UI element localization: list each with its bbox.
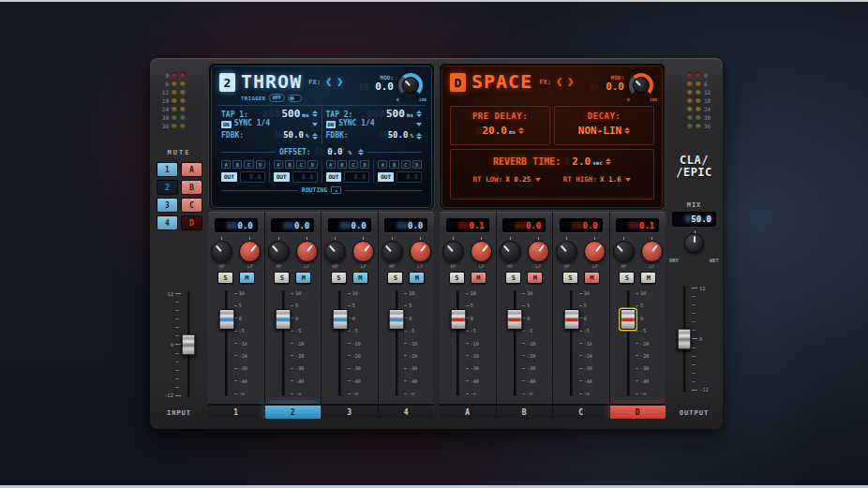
- mute-button[interactable]: M: [409, 272, 425, 284]
- hp-knob[interactable]: [500, 241, 521, 262]
- channel-tab-c[interactable]: C: [553, 404, 609, 419]
- solo-button[interactable]: S: [274, 272, 290, 284]
- lp-knob[interactable]: [584, 241, 606, 262]
- route-c-button[interactable]: C: [349, 160, 358, 169]
- out-button[interactable]: OUT: [274, 172, 290, 182]
- tap2-stepper-icon[interactable]: [416, 111, 422, 117]
- route-b-button[interactable]: B: [285, 160, 294, 169]
- route-a-button[interactable]: A: [326, 160, 336, 169]
- fader-track[interactable]: [514, 290, 516, 396]
- mute-button-2[interactable]: 2: [157, 180, 178, 195]
- route-d-button[interactable]: D: [360, 160, 369, 169]
- out-button[interactable]: OUT: [326, 172, 342, 182]
- space-fx-next-icon[interactable]: ❯: [567, 75, 574, 88]
- mute-button[interactable]: M: [352, 272, 368, 284]
- mute-button-3[interactable]: 3: [157, 198, 178, 213]
- reverb-time-stepper-icon[interactable]: [606, 158, 611, 165]
- route-d-button[interactable]: D: [412, 160, 422, 169]
- lp-knob[interactable]: [641, 241, 663, 262]
- tap2-fdbk-stepper-icon[interactable]: [416, 133, 422, 140]
- fx-next-icon[interactable]: ❯: [337, 75, 343, 88]
- offset-stepper-icon[interactable]: [358, 149, 364, 155]
- mute-button[interactable]: M: [471, 272, 486, 284]
- fader-handle[interactable]: [450, 309, 466, 330]
- mute-button-c[interactable]: C: [181, 198, 202, 213]
- mute-button[interactable]: M: [527, 272, 543, 284]
- tap1-sync-value[interactable]: SYNC 1/4: [234, 119, 271, 127]
- solo-button[interactable]: S: [619, 272, 635, 284]
- fader-handle[interactable]: [507, 309, 523, 330]
- tap1-stepper-icon[interactable]: [312, 111, 318, 117]
- fader-track[interactable]: [225, 290, 228, 396]
- channel-tab-d[interactable]: D: [610, 404, 666, 419]
- rt-low-value[interactable]: X 0.25: [505, 175, 531, 184]
- route-d-button[interactable]: D: [307, 160, 317, 169]
- tap2-sync-chevron-down-icon[interactable]: [416, 123, 422, 126]
- solo-button[interactable]: S: [387, 272, 403, 284]
- route-d-button[interactable]: D: [256, 160, 265, 169]
- fx-prev-icon[interactable]: ❮: [325, 75, 332, 88]
- hp-knob[interactable]: [442, 241, 464, 262]
- channel-tab-4[interactable]: 4: [379, 404, 435, 419]
- channel-tab-2[interactable]: 2: [265, 404, 322, 419]
- mute-button[interactable]: M: [295, 272, 311, 284]
- route-a-button[interactable]: A: [274, 160, 283, 169]
- hp-knob[interactable]: [613, 241, 635, 262]
- trigger-toggle[interactable]: [288, 95, 302, 102]
- fader-track[interactable]: [627, 290, 630, 396]
- channel-tab-1[interactable]: 1: [208, 404, 264, 419]
- fader-handle[interactable]: [621, 309, 636, 330]
- fader-handle[interactable]: [276, 309, 292, 330]
- tap1-sync-chevron-down-icon[interactable]: [312, 123, 318, 126]
- route-a-button[interactable]: A: [378, 160, 387, 169]
- route-b-button[interactable]: B: [389, 160, 398, 169]
- route-c-button[interactable]: C: [401, 160, 411, 169]
- mute-button-d[interactable]: D: [181, 215, 202, 230]
- fader-handle[interactable]: [389, 309, 405, 330]
- route-b-button[interactable]: B: [232, 160, 242, 169]
- mute-button[interactable]: M: [640, 272, 656, 284]
- mod-knob[interactable]: 0 100: [397, 72, 425, 104]
- input-fader-handle[interactable]: [182, 334, 196, 356]
- mute-button-1[interactable]: 1: [157, 162, 178, 177]
- hp-knob[interactable]: [556, 241, 577, 262]
- mute-button-4[interactable]: 4: [157, 215, 178, 230]
- fader-track[interactable]: [570, 290, 573, 396]
- hp-knob[interactable]: [382, 241, 403, 262]
- fader-handle[interactable]: [218, 309, 234, 330]
- tap2-sync-value[interactable]: SYNC 1/4: [338, 119, 375, 127]
- route-c-button[interactable]: C: [296, 160, 306, 169]
- hp-knob[interactable]: [324, 241, 346, 262]
- out-button[interactable]: OUT: [221, 172, 237, 182]
- space-mod-knob[interactable]: 0 100: [627, 72, 655, 104]
- solo-button[interactable]: S: [449, 272, 465, 284]
- solo-button[interactable]: S: [331, 272, 347, 284]
- tap1-fdbk-stepper-icon[interactable]: [312, 133, 318, 140]
- lp-knob[interactable]: [296, 241, 318, 262]
- channel-tab-3[interactable]: 3: [322, 404, 378, 419]
- decay-stepper-icon[interactable]: [624, 127, 630, 134]
- route-a-button[interactable]: A: [221, 160, 231, 169]
- lp-knob[interactable]: [528, 241, 549, 262]
- tap2-on-badge[interactable]: ON: [326, 121, 337, 128]
- pre-delay-stepper-icon[interactable]: [518, 127, 524, 134]
- mute-button[interactable]: M: [239, 272, 255, 284]
- dry-wet-knob[interactable]: [684, 233, 704, 253]
- space-fx-prev-icon[interactable]: ❮: [556, 75, 562, 88]
- lp-knob[interactable]: [410, 241, 431, 262]
- mute-button-a[interactable]: A: [181, 162, 202, 177]
- trigger-off-pill[interactable]: OFF: [269, 94, 285, 102]
- lp-knob[interactable]: [471, 241, 492, 262]
- lp-knob[interactable]: [352, 241, 374, 262]
- output-fader-handle[interactable]: [678, 329, 692, 350]
- tap1-on-badge[interactable]: ON: [221, 121, 232, 128]
- route-c-button[interactable]: C: [244, 160, 253, 169]
- solo-button[interactable]: S: [505, 272, 521, 284]
- fader-track[interactable]: [338, 290, 341, 396]
- mute-button-b[interactable]: B: [181, 180, 202, 195]
- lp-knob[interactable]: [239, 241, 261, 262]
- rt-low-chevron-down-icon[interactable]: [535, 178, 541, 182]
- fader-track[interactable]: [456, 290, 459, 396]
- channel-tab-b[interactable]: B: [497, 404, 553, 419]
- channel-tab-a[interactable]: A: [440, 404, 496, 419]
